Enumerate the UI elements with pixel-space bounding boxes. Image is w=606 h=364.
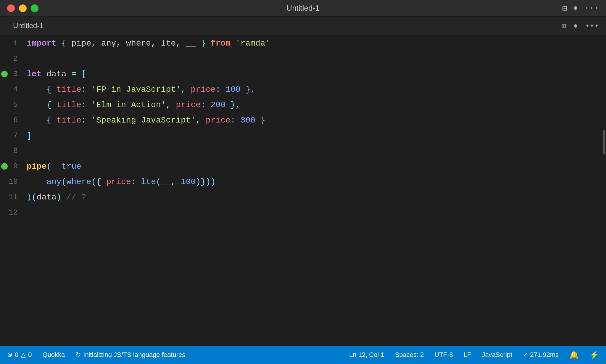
more-actions-icon[interactable]: ··· (584, 4, 599, 13)
error-icon: ⊗ (7, 351, 12, 359)
window-controls (7, 4, 38, 12)
code-line-9: pipe( true (24, 159, 602, 174)
editor-tab[interactable]: Untitled-1 (7, 17, 49, 35)
code-editor[interactable]: import { pipe, any, where, lte, __ } fro… (24, 36, 602, 346)
warning-icon: △ (21, 351, 26, 359)
line-8: 8 (0, 143, 24, 159)
line-ending[interactable]: LF (464, 351, 471, 359)
code-line-1: import { pipe, any, where, lte, __ } fro… (24, 36, 602, 51)
code-line-6: { title: 'Speaking JavaScript', price: 3… (24, 112, 602, 128)
line-6: 6 (0, 112, 24, 128)
window-title: Untitled-1 (286, 4, 319, 13)
line-1: 1 (0, 36, 24, 51)
line-3: 3 (0, 66, 24, 82)
title-bar-actions: ⊟ ● ··· (562, 3, 599, 13)
language-status: ↻ Initializing JS/TS language features (75, 351, 185, 359)
code-line-4: { title: 'FP in JavaScript', price: 100 … (24, 82, 602, 97)
line-gutter: 1 2 3 4 5 6 7 8 9 10 11 (0, 36, 24, 346)
notifications-icon[interactable]: 🔔 (569, 350, 579, 360)
tab-label: Untitled-1 (13, 22, 43, 30)
line-5: 5 (0, 97, 24, 112)
split-editor-icon[interactable]: ⊟ (562, 3, 567, 13)
split-view-icon[interactable]: ⊡ (562, 21, 566, 31)
language-mode[interactable]: JavaScript (482, 351, 512, 359)
tab-bar: Untitled-1 ⊡ ● ••• (0, 17, 606, 36)
line-12: 12 (0, 205, 24, 220)
breakpoint-9 (1, 163, 8, 170)
code-line-3: let data = [ (24, 66, 602, 82)
status-bar-right: Ln 12, Col 1 Spaces: 2 UTF-8 LF JavaScri… (349, 350, 599, 360)
code-line-7: ] (24, 128, 602, 143)
indentation[interactable]: Spaces: 2 (395, 351, 424, 359)
editor-scrollbar[interactable] (602, 36, 606, 346)
ellipsis-icon[interactable]: ••• (585, 22, 599, 30)
line-4: 4 (0, 82, 24, 97)
code-line-5: { title: 'Elm in Action', price: 200 }, (24, 97, 602, 112)
error-count[interactable]: ⊗ 0 △ 0 (7, 351, 32, 359)
line-11: 11 (0, 189, 24, 205)
line-2: 2 (0, 51, 24, 66)
tab-actions: ⊡ ● ••• (562, 21, 599, 31)
title-bar: Untitled-1 ⊟ ● ··· (0, 0, 606, 17)
line-7: 7 (0, 128, 24, 143)
line-9: 9 (0, 159, 24, 174)
line-10: 10 (0, 174, 24, 189)
breakpoint-3 (1, 71, 8, 77)
timing: ✓ 271.92ms (523, 351, 559, 359)
code-line-10: any(where({ price: lte(__, 100)})) (24, 174, 602, 189)
code-line-8 (24, 143, 602, 159)
code-line-12 (24, 205, 602, 220)
minimize-button[interactable] (19, 4, 27, 12)
sync-icon: ↻ (75, 351, 81, 359)
circle-icon: ● (573, 22, 578, 30)
editor: 1 2 3 4 5 6 7 8 9 10 11 (0, 36, 606, 346)
encoding[interactable]: UTF-8 (435, 351, 453, 359)
close-button[interactable] (7, 4, 15, 12)
dot-icon: ● (573, 4, 578, 13)
remote-icon[interactable]: ⚡ (589, 350, 599, 360)
code-line-2 (24, 51, 602, 66)
maximize-button[interactable] (31, 4, 38, 12)
code-line-11: )(data) // ? (24, 189, 602, 205)
status-bar: ⊗ 0 △ 0 Quokka ↻ Initializing JS/TS lang… (0, 346, 606, 364)
cursor-position[interactable]: Ln 12, Col 1 (349, 351, 384, 359)
quokka-status[interactable]: Quokka (43, 351, 65, 359)
scrollbar-thumb[interactable] (603, 130, 605, 154)
